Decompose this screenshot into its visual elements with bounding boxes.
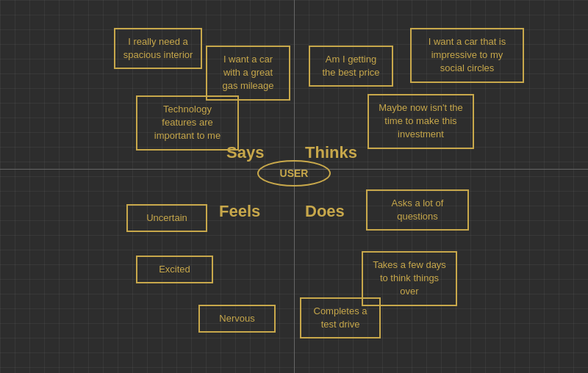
content-box-box7: Uncertain	[126, 204, 207, 232]
content-box-box5: Technology features are important to me	[136, 95, 239, 151]
label-does: Does	[305, 202, 345, 221]
label-feels: Feels	[219, 202, 260, 221]
content-box-box6: Maybe now isn't the time to make this in…	[368, 94, 474, 149]
content-box-box10: Asks a lot of questions	[366, 189, 469, 231]
content-box-box1: I really need a spacious interior	[114, 28, 202, 69]
user-label: USER	[280, 167, 309, 179]
content-box-box8: Excited	[136, 256, 213, 283]
content-box-box3: Am I getting the best price	[309, 46, 393, 87]
vertical-axis	[294, 0, 295, 373]
user-oval: USER	[257, 160, 331, 186]
content-box-box12: Completes a test drive	[300, 297, 381, 338]
content-box-box2: I want a car with a great gas mileage	[206, 46, 290, 101]
content-box-box9: Nervous	[198, 305, 276, 333]
content-box-box4: I want a car that is impressive to my so…	[410, 28, 524, 83]
label-thinks: Thinks	[305, 143, 357, 162]
